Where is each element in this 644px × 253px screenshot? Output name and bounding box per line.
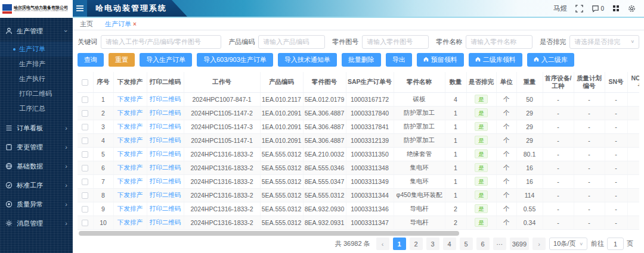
page-button[interactable]: 6	[476, 238, 490, 250]
print-qrcode-link[interactable]: 打印二维码	[150, 123, 181, 130]
import-603-903-button[interactable]: 导入603/903生产订单	[197, 53, 273, 67]
part-no-input[interactable]	[362, 35, 429, 49]
sidebar-item-production-execution[interactable]: 生产执行	[0, 71, 73, 86]
print-qrcode-link[interactable]: 打印二维码	[150, 136, 181, 143]
issue-scheduling-link[interactable]: 下发排产	[117, 136, 143, 143]
chevron-right-icon: ›	[65, 182, 67, 189]
orders-table: 序号下发排产打印二维码工作号产品编码零件图号SAP生产订单号零件名称数量是否排完…	[78, 72, 639, 230]
issue-scheduling-link[interactable]: 下发排产	[117, 177, 143, 185]
print-qrcode-link[interactable]: 打印二维码	[150, 164, 181, 171]
row-checkbox[interactable]	[82, 192, 88, 199]
row-checkbox[interactable]	[82, 151, 88, 158]
cell-ncr_no: -	[627, 120, 639, 133]
issue-scheduling-link[interactable]: 下发排产	[117, 218, 143, 226]
sidebar-group-order-board[interactable]: 订单看板 ›	[0, 118, 73, 138]
keyword-label: 关键词	[78, 38, 97, 46]
page-button[interactable]: 3	[426, 238, 439, 250]
issue-scheduling-link[interactable]: 下发排产	[117, 205, 143, 212]
row-checkbox[interactable]	[82, 165, 88, 171]
into-secondary-warehouse-button[interactable]: 入二级库	[527, 53, 574, 67]
column-header: 工作号	[184, 72, 260, 92]
sidebar-group-quality-abnormal[interactable]: 质量异常 ›	[0, 195, 73, 214]
page-button[interactable]: 3699	[510, 238, 529, 250]
production-submenu: 生产订单 生产排产 生产执行 打印二维码 工序汇总	[0, 40, 73, 118]
next-page-button[interactable]: ›	[532, 238, 546, 250]
issue-scheduling-link[interactable]: 下发排产	[117, 109, 143, 116]
sidebar-item-production-scheduling[interactable]: 生产排产	[0, 57, 73, 71]
export-button[interactable]: 导出	[386, 53, 412, 67]
sidebar-group-message-mgmt[interactable]: 消息管理 ›	[0, 214, 73, 233]
page-button[interactable]: 4	[443, 238, 456, 250]
product-code-input[interactable]	[258, 35, 325, 49]
goto-page-input[interactable]	[607, 238, 624, 250]
sidebar-group-standard-process[interactable]: 标准工序 ›	[0, 176, 73, 195]
import-tech-notice-button[interactable]: 导入技术通知单	[278, 53, 337, 67]
print-qrcode-link[interactable]: 打印二维码	[150, 205, 181, 212]
issue-scheduling-link[interactable]: 下发排产	[117, 150, 143, 157]
print-qrcode-link[interactable]: 打印二维码	[150, 191, 181, 198]
part-name-input[interactable]	[466, 35, 532, 49]
cell-first_equip: -	[543, 215, 574, 229]
tab-production-order[interactable]: 生产订单 ×	[105, 20, 137, 29]
cell-first_equip: -	[543, 161, 574, 174]
row-checkbox[interactable]	[82, 179, 88, 185]
sidebar-item-production-order[interactable]: 生产订单	[0, 42, 73, 57]
issue-scheduling-link[interactable]: 下发排产	[117, 95, 143, 102]
cell-first_equip: -	[543, 174, 574, 188]
cell-sap_no: 10003311348	[346, 161, 394, 174]
sidebar-item-print-qrcode[interactable]: 打印二维码	[0, 86, 73, 101]
batch-delete-button[interactable]: 批量删除	[342, 53, 381, 67]
print-qrcode-link[interactable]: 打印二维码	[150, 150, 181, 157]
sidebar-item-process-summary[interactable]: 工序汇总	[0, 101, 73, 116]
print-qrcode-link[interactable]: 打印二维码	[150, 177, 181, 185]
fullscreen-icon[interactable]	[575, 5, 583, 13]
row-checkbox[interactable]	[82, 206, 88, 213]
cell-qty: 1	[445, 106, 466, 120]
query-button[interactable]: 查询	[78, 53, 104, 67]
print-qrcode-link[interactable]: 打印二维码	[150, 95, 181, 102]
sidebar-group-production[interactable]: 生产管理 ›	[0, 21, 73, 40]
page-button[interactable]: 5	[460, 238, 473, 250]
sidebar-group-change-mgmt[interactable]: 变更管理 ›	[0, 138, 73, 157]
row-checkbox[interactable]	[82, 138, 88, 144]
scheduled-select[interactable]: 请选择是否排完 ∨	[569, 35, 639, 49]
print-qrcode-link[interactable]: 打印二维码	[150, 218, 181, 226]
page-ellipsis[interactable]: ···	[493, 238, 506, 250]
page-size-select[interactable]: 10条/页 ∨	[549, 238, 587, 250]
cell-ncr_no: -	[627, 188, 639, 202]
cell-product_code: 1EA.010.2091	[260, 120, 303, 133]
issue-scheduling-link[interactable]: 下发排产	[117, 191, 143, 198]
scrollbar-thumb[interactable]	[79, 231, 459, 236]
column-header: 质量计划编号	[574, 72, 605, 92]
row-checkbox[interactable]	[82, 110, 88, 117]
page-button[interactable]: 2	[410, 238, 423, 250]
row-checkbox[interactable]	[82, 220, 88, 226]
gear-icon	[5, 220, 13, 227]
reserve-material-button[interactable]: 预留领料	[417, 53, 464, 67]
close-icon[interactable]: ×	[133, 21, 137, 27]
reset-button[interactable]: 重置	[109, 53, 135, 67]
secondary-warehouse-material-button[interactable]: 二级库领料	[469, 53, 522, 67]
select-all-checkbox[interactable]	[82, 79, 88, 86]
issue-scheduling-link[interactable]: 下发排产	[117, 123, 143, 130]
keyword-input[interactable]	[101, 35, 221, 49]
home-icon	[423, 56, 429, 63]
hamburger-menu-icon[interactable]	[73, 0, 87, 17]
row-checkbox[interactable]	[82, 96, 88, 103]
app-title: 哈电动装管理系统	[87, 0, 187, 17]
user-name[interactable]: 马煜	[553, 4, 567, 14]
prev-page-button[interactable]: ‹	[376, 238, 389, 250]
tab-home[interactable]: 主页	[80, 20, 93, 29]
print-qrcode-link[interactable]: 打印二维码	[150, 109, 181, 116]
row-checkbox[interactable]	[82, 124, 88, 130]
settings-gear-icon[interactable]	[628, 5, 636, 13]
globe-icon	[5, 163, 13, 170]
issue-scheduling-link[interactable]: 下发排产	[117, 164, 143, 171]
grid-apps-icon[interactable]	[612, 5, 620, 12]
page-button[interactable]: 1	[393, 238, 406, 250]
tab-bar: 主页 生产订单 ×	[73, 18, 644, 30]
import-production-order-button[interactable]: 导入生产订单	[140, 53, 192, 67]
sidebar-group-basic-data[interactable]: 基础数据 ›	[0, 157, 73, 176]
cell-part_no: 5EA.306.4887	[303, 106, 346, 120]
message-icon[interactable]: 0	[592, 5, 604, 13]
